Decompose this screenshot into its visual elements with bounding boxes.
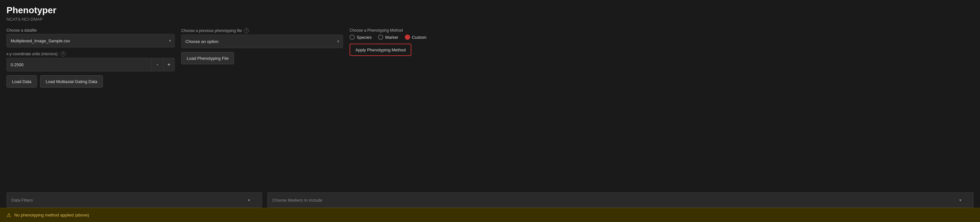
datafile-select[interactable]: Multiplexed_Image_Sample.csv xyxy=(6,34,175,48)
radio-custom[interactable]: Custom xyxy=(405,35,426,40)
app-title: Phenotyper xyxy=(6,5,974,16)
warning-bar: ⚠ No phenotyping method applied (above) xyxy=(0,208,980,222)
markers-include-chevron-icon: ▾ xyxy=(959,198,962,203)
apply-phenotyping-method-button[interactable]: Apply Phenotyping Method xyxy=(350,44,411,56)
warning-text: No phenotyping method applied (above) xyxy=(14,212,89,217)
phenotyping-file-label: Choose a previous phenotyping file xyxy=(181,29,242,33)
phenotyping-method-label: Choose a Phenotyping Method xyxy=(350,28,403,33)
xy-input[interactable] xyxy=(6,58,151,71)
markers-include-dropdown[interactable]: Choose Markers to include ▾ xyxy=(267,192,974,208)
datafile-label: Choose a datafile xyxy=(6,28,37,33)
app-subtitle: NCATS-NCI-DMAP xyxy=(6,17,974,22)
data-filters-label: Data Filters xyxy=(11,198,33,203)
warning-icon: ⚠ xyxy=(6,212,11,218)
data-filters-chevron-icon: ▾ xyxy=(248,198,250,203)
radio-custom-input[interactable] xyxy=(405,35,410,40)
radio-marker-input[interactable] xyxy=(378,35,383,40)
xy-increment-button[interactable]: + xyxy=(163,58,175,71)
xy-decrement-button[interactable]: - xyxy=(151,58,163,71)
radio-species[interactable]: Species xyxy=(350,35,372,40)
radio-species-label: Species xyxy=(357,35,372,40)
phenotyping-file-info-icon[interactable]: ? xyxy=(244,28,249,33)
phenotyping-file-select[interactable]: Choose an option xyxy=(181,35,343,48)
markers-include-label: Choose Markers to include xyxy=(272,198,322,203)
load-phenotyping-file-button[interactable]: Load Phenotyping File xyxy=(181,52,234,64)
radio-species-input[interactable] xyxy=(350,35,355,40)
data-filters-dropdown[interactable]: Data Filters ▾ xyxy=(6,192,262,208)
radio-marker-label: Marker xyxy=(385,35,398,40)
xy-label: x-y coordinate units (microns): xyxy=(6,52,59,56)
xy-info-icon[interactable]: ? xyxy=(60,51,66,57)
load-multiaxial-button[interactable]: Load Multiaxial Gating Data xyxy=(40,75,103,87)
radio-custom-label: Custom xyxy=(412,35,426,40)
load-data-button[interactable]: Load Data xyxy=(6,75,37,87)
radio-marker[interactable]: Marker xyxy=(378,35,398,40)
